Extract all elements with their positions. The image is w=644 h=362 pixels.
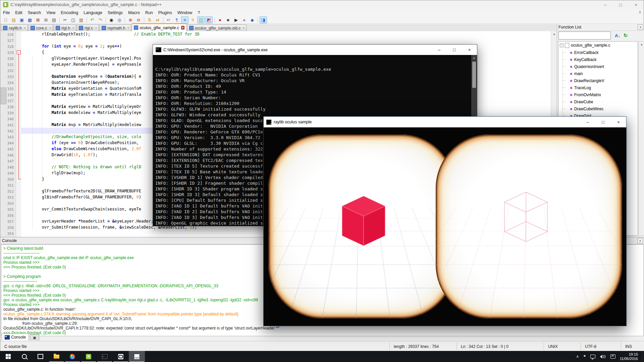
tab-core.c[interactable]: core.c× — [29, 24, 53, 31]
close-button[interactable]: × — [628, 0, 644, 9]
toolbar-close-document-icon[interactable]: ⊠ — [34, 16, 42, 23]
menu-plugins[interactable]: Plugins — [156, 9, 175, 16]
funclist-item-FromOvrMatrix[interactable]: ◆FromOvrMatrix — [558, 91, 638, 98]
funclist-item-main[interactable]: ◆main — [558, 70, 638, 77]
toolbar-document-map-icon[interactable]: ◫ — [197, 16, 205, 23]
toolbar-save-all-icon[interactable]: ▩ — [26, 16, 34, 23]
menu-settings[interactable]: Settings — [105, 9, 125, 16]
console-tab[interactable]: Console — [2, 334, 29, 341]
tray-app-icon[interactable]: * — [584, 354, 586, 359]
toolbar-show-all-characters-icon[interactable]: ¶ — [173, 16, 180, 23]
function-list-root[interactable]: − oculus_glfw_sample.c — [558, 42, 638, 49]
taskbar-chrome-button[interactable] — [64, 351, 80, 362]
toolbar-cut-icon[interactable]: ✂ — [61, 16, 69, 23]
scroll-up-icon[interactable]: ▲ — [639, 42, 644, 47]
taskbar-start-button[interactable] — [0, 351, 16, 362]
editor-scrollbar-thumb[interactable] — [1, 87, 6, 104]
funclist-item-KeyCallback[interactable]: ◆KeyCallback — [558, 56, 638, 63]
console-close-icon[interactable]: x — [637, 238, 643, 243]
toolbar-macro-lightning-icon[interactable]: ↯ — [189, 16, 197, 23]
toolbar-close-all-documents-icon[interactable]: ⊠ — [42, 16, 50, 23]
tab-close-icon[interactable]: × — [49, 26, 51, 30]
raylib-titlebar[interactable]: raylib oculus sample – □ × — [264, 117, 626, 127]
function-list-refresh-icon[interactable]: ↻ — [622, 32, 630, 39]
menu-search[interactable]: Search — [25, 9, 44, 16]
funclist-item-TraceLog[interactable]: ◆TraceLog — [558, 84, 638, 91]
secondary-console-tab[interactable]: ▣ — [30, 334, 39, 341]
raylib-maximize-button[interactable]: □ — [595, 117, 611, 127]
funclist-item-DrawCubeWires[interactable]: ◆DrawCubeWires — [558, 105, 638, 112]
volume-icon[interactable]: ))) — [600, 355, 606, 358]
cmd-titlebar[interactable]: C:\Windows\System32\cmd.exe - oculus_glf… — [153, 45, 477, 55]
menu-run[interactable]: Run — [143, 9, 156, 16]
cmd-maximize-button[interactable]: □ — [447, 45, 462, 55]
toolbar-show-indent-guide-icon[interactable]: ≡ — [181, 16, 189, 23]
scroll-up-icon[interactable]: ▲ — [471, 55, 477, 60]
toolbar-replace-icon[interactable]: ◎ — [116, 16, 123, 23]
funclist-item-DrawRectangleV[interactable]: ◆DrawRectangleV — [558, 77, 638, 84]
minimize-button[interactable]: – — [597, 0, 613, 9]
tab-close-icon[interactable]: × — [24, 26, 26, 30]
tray-hidden-icons-chevron[interactable]: ∧ — [576, 354, 579, 359]
taskbar-cmd-button[interactable]: C:\_ — [97, 351, 113, 362]
tab-raylib.h[interactable]: raylib.h× — [1, 24, 28, 31]
raylib-minimize-button[interactable]: – — [580, 117, 595, 127]
toolbar-new-file-icon[interactable]: □ — [2, 16, 9, 23]
cmd-scrollbar-thumb[interactable] — [472, 62, 476, 88]
menu-language[interactable]: Language — [81, 9, 105, 16]
status-encoding[interactable]: UTF-8 — [581, 343, 622, 350]
menu-file[interactable]: File — [0, 9, 12, 16]
tab-close-icon[interactable]: × — [95, 26, 97, 30]
taskbar-task-view-button[interactable] — [32, 351, 48, 362]
toolbar-function-list-toggle-icon[interactable]: ◩ — [205, 16, 213, 23]
action-center-icon[interactable] — [610, 354, 615, 359]
menu-help[interactable]: ? — [195, 9, 203, 16]
tab-close-icon[interactable]: × — [127, 26, 129, 30]
network-icon[interactable] — [590, 355, 595, 358]
status-insert-mode[interactable]: INS — [621, 343, 644, 350]
tab-oculus_glfw_sample.c[interactable]: oculus_glfw_sample.c× — [132, 23, 186, 31]
scroll-up-icon[interactable]: ▲ — [551, 31, 557, 37]
toolbar-play-macro-icon[interactable]: ▶ — [232, 16, 240, 23]
toolbar-zoom-out-icon[interactable]: ⊖ — [135, 16, 142, 23]
funclist-item-ErrorCallback[interactable]: ◆ErrorCallback — [558, 49, 638, 56]
toolbar-find-icon[interactable]: ◉ — [108, 16, 115, 23]
toolbar-print-icon[interactable]: ▤ — [50, 16, 58, 23]
toolbar-open-folder-icon[interactable]: ▨ — [10, 16, 17, 23]
menu-view[interactable]: View — [44, 9, 58, 16]
menu-macro[interactable]: Macro — [125, 9, 143, 16]
tab-close-icon[interactable]: × — [181, 26, 184, 29]
toolbar-record-macro-icon[interactable]: ● — [216, 16, 224, 23]
menu-encoding[interactable]: Encoding — [58, 9, 81, 16]
cmd-minimize-button[interactable]: – — [432, 45, 447, 55]
toolbar-redo-icon[interactable]: ↷ — [97, 16, 104, 23]
function-list-scrollbar[interactable]: ▲ — [638, 41, 644, 236]
function-list-sort-icon[interactable]: A↓ — [613, 32, 622, 39]
cmd-close-button[interactable]: × — [462, 45, 477, 55]
function-list-search-input[interactable] — [558, 32, 611, 40]
fold-collapse-icon[interactable]: − — [17, 50, 21, 54]
restore-button[interactable]: □ — [613, 0, 628, 9]
toolbar-word-wrap-icon[interactable]: ↵ — [165, 16, 172, 23]
taskbar-explorer-button[interactable] — [48, 351, 64, 362]
tree-collapse-icon[interactable]: − — [560, 44, 564, 47]
menubar-close-icon[interactable]: x — [639, 10, 641, 14]
show-desktop-button[interactable] — [642, 351, 644, 362]
tab-close-icon[interactable]: × — [72, 26, 74, 30]
toolbar-save-icon[interactable]: ▣ — [18, 16, 25, 23]
menu-window[interactable]: Window — [175, 9, 195, 16]
tab-close-icon[interactable]: × — [243, 26, 245, 30]
toolbar-panel-toggle-icon[interactable]: ◨ — [260, 16, 267, 23]
funclist-item-DrawCube[interactable]: ◆DrawCube — [558, 98, 638, 105]
toolbar-sync-horizontal-scrolling-icon[interactable]: ⇄ — [154, 16, 161, 23]
menu-edit[interactable]: Edit — [12, 9, 25, 16]
toolbar-save-macro-icon[interactable]: ◆ — [249, 16, 256, 23]
taskbar-notepadpp-button[interactable]: N — [80, 351, 97, 362]
taskbar-clock[interactable]: 19:15 11/05/2016 — [620, 352, 638, 361]
taskbar-oculus-button[interactable] — [113, 351, 129, 362]
toolbar-zoom-in-icon[interactable]: ⊕ — [127, 16, 134, 23]
tab-raymath.h[interactable]: raymath.h× — [100, 24, 131, 31]
toolbar-run-macro-multiple-icon[interactable]: » — [240, 16, 248, 23]
status-eol-format[interactable]: UNIX — [544, 343, 582, 350]
toolbar-paste-icon[interactable]: ▥ — [77, 16, 85, 23]
